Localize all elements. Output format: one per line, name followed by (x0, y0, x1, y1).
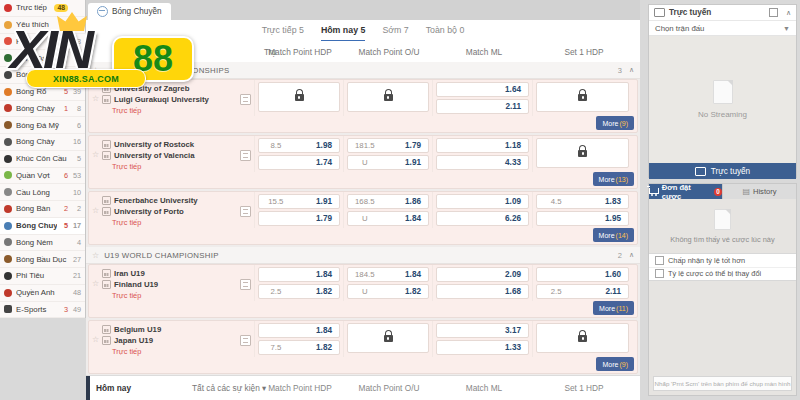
live-indicator: Trực tiếp (112, 218, 254, 227)
accept-better-odds-option[interactable]: Chấp nhận tỷ lệ tốt hơn (649, 254, 796, 268)
sidebar-item-boxing[interactable]: Quyền Anh48 (0, 285, 85, 302)
pin-match-icon[interactable] (240, 335, 251, 346)
betting-app: Trực tiếp48Yêu thíchHot3Bóng Đá70Bóng Đá… (0, 0, 800, 400)
favorite-star-icon[interactable]: ☆ (89, 80, 102, 116)
more-markets-button[interactable]: More(11) (593, 301, 634, 315)
sidebar-item-basketball[interactable]: Bóng Rổ539 (0, 84, 85, 101)
sidebar-item-virtual-soccer[interactable]: Bóng Đá Ảo (0, 67, 85, 84)
event-count: 16 (68, 137, 81, 146)
set1-hdp-column: 1.602.52.11 (532, 265, 632, 301)
sidebar-item-flame[interactable]: Hot3 (0, 34, 85, 51)
lock-icon (578, 150, 587, 157)
odds-cell[interactable]: 1.79 (258, 211, 340, 226)
tab-hôm-nay[interactable]: Hôm nay 5 (321, 19, 366, 42)
odds-cell[interactable]: 7.51.82 (258, 340, 340, 355)
sidebar-item-handball[interactable]: Bóng Ném4 (0, 235, 85, 252)
odds-value: 1.86 (382, 197, 428, 206)
teams-panel: Fenerbahce UniversityUniversity of Porto… (102, 192, 254, 228)
league-count: 3 (618, 66, 622, 75)
odds-cell[interactable]: 1.33 (436, 340, 529, 355)
checkbox-odds-may-change[interactable] (655, 269, 664, 278)
more-markets-button[interactable]: More(9) (596, 116, 634, 130)
sidebar-item-esports[interactable]: E-Sports349 (0, 302, 85, 319)
live-indicator: Trực tiếp (112, 291, 254, 300)
chevron-up-icon[interactable]: ∧ (629, 251, 634, 259)
odds-cell[interactable]: 2.09 (436, 267, 529, 282)
odds-cell[interactable]: 2.52.11 (536, 284, 629, 299)
odds-cell[interactable]: 1.18 (436, 138, 529, 153)
event-filter-dropdown[interactable]: Tất cả các sự kiện ▾ (192, 383, 266, 393)
sidebar-item-darts[interactable]: Phi Tiêu21 (0, 268, 85, 285)
more-markets-button[interactable]: More(13) (593, 172, 634, 186)
chevron-up-icon[interactable]: ∧ (629, 66, 634, 74)
sport-tab-volleyball[interactable]: Bóng Chuyền (88, 3, 171, 20)
odds-cell[interactable]: 3.17 (436, 323, 529, 338)
collapse-icon[interactable]: ∧ (786, 9, 791, 17)
pin-match-icon[interactable] (240, 279, 251, 290)
odds-cell[interactable]: 1.84 (258, 267, 340, 282)
odds-cell[interactable]: 15.51.91 (258, 194, 340, 209)
tab-trực-tiếp[interactable]: Trực tiếp 5 (262, 19, 304, 42)
sidebar-item-hockey[interactable]: Khúc Côn Cầu5 (0, 151, 85, 168)
odds-cell[interactable]: 168.51.86 (347, 194, 429, 209)
match-select-dropdown[interactable]: Chọn trận đấu ▼ (649, 21, 796, 36)
sidebar-item-cricket[interactable]: Bóng Chày16 (0, 134, 85, 151)
league-count: 2 (618, 251, 622, 260)
favorite-star-icon[interactable]: ☆ (89, 136, 102, 172)
odds-cell[interactable]: 1.74 (258, 155, 340, 170)
event-count: 4 (68, 238, 81, 247)
pin-match-icon[interactable] (240, 94, 251, 105)
pin-match-icon[interactable] (240, 150, 251, 161)
match-odds-row: ☆Belgium U19Japan U19Trực tiếp1.847.51.8… (89, 321, 637, 357)
odds-cell[interactable]: 1.60 (536, 267, 629, 282)
pin-match-icon[interactable] (240, 206, 251, 217)
odds-cell[interactable]: 1.68 (436, 284, 529, 299)
sidebar-item-tennis[interactable]: Quần Vợt653 (0, 168, 85, 185)
sidebar-item-rugby[interactable]: Bóng Bầu Dục27 (0, 251, 85, 268)
sidebar-item-star[interactable]: Yêu thích (0, 17, 85, 34)
more-markets-button[interactable]: More(14) (593, 228, 634, 242)
checkbox-accept-better-odds[interactable] (655, 256, 664, 265)
sidebar-item-baseball[interactable]: Bóng Chày18 (0, 101, 85, 118)
odds-cell[interactable]: 4.51.83 (536, 194, 629, 209)
odds-may-change-option[interactable]: Tỷ lệ cược có thể bị thay đổi (649, 268, 796, 281)
odds-cell[interactable]: U1.82 (347, 284, 429, 299)
league-header[interactable]: ☆U19 WORLD CHAMPIONSHIP2∧ (86, 247, 640, 264)
star-icon[interactable]: ☆ (92, 66, 99, 75)
popout-icon[interactable] (769, 8, 778, 17)
odds-cell[interactable]: 1.64 (436, 82, 529, 97)
more-markets-button[interactable]: More(9) (596, 357, 634, 371)
odds-cell[interactable]: 181.51.79 (347, 138, 429, 153)
odds-cell[interactable]: 1.84 (258, 323, 340, 338)
sidebar-item-table-tennis[interactable]: Bóng Bàn22 (0, 201, 85, 218)
odds-cell[interactable]: 184.51.84 (347, 267, 429, 282)
tab-history[interactable]: ▤ History (722, 184, 796, 199)
odds-cell[interactable]: 1.09 (436, 194, 529, 209)
tab-sớm[interactable]: Sớm 7 (382, 19, 408, 42)
stats-icon (102, 84, 111, 93)
tab-bet-ticket[interactable]: Đơn đặt cược 0 (649, 184, 722, 199)
favorite-star-icon[interactable]: ☆ (89, 192, 102, 228)
star-icon[interactable]: ☆ (92, 251, 99, 260)
sidebar-item-soccer[interactable]: Bóng Đá70 (0, 50, 85, 67)
odds-cell[interactable]: U1.91 (347, 155, 429, 170)
darts-icon (4, 272, 12, 280)
league-header[interactable]: ☆CHAMPIONSHIPS3∧ (86, 62, 640, 79)
odds-cell[interactable]: 6.26 (436, 211, 529, 226)
stream-online-button[interactable]: Trực tuyến (649, 163, 796, 179)
odds-cell[interactable]: 2.11 (436, 99, 529, 114)
sidebar-item-badminton[interactable]: Cầu Lông10 (0, 184, 85, 201)
sidebar-item-american-football[interactable]: Bóng Đá Mỹ6 (0, 117, 85, 134)
tab-toàn-bộ[interactable]: Toàn bộ 0 (426, 19, 465, 42)
odds-cell[interactable]: 2.51.82 (258, 284, 340, 299)
sidebar-item-label: Bóng Rổ (16, 87, 57, 96)
odds-cell[interactable]: 1.95 (536, 211, 629, 226)
odds-cell[interactable]: U1.84 (347, 211, 429, 226)
sidebar-item-volleyball[interactable]: Bóng Chuyền517 (0, 218, 85, 235)
sidebar-item-live[interactable]: Trực tiếp48 (0, 0, 85, 17)
favorite-star-icon[interactable]: ☆ (89, 265, 102, 301)
star-icon (4, 21, 12, 29)
odds-cell[interactable]: 8.51.98 (258, 138, 340, 153)
odds-cell[interactable]: 4.33 (436, 155, 529, 170)
favorite-star-icon[interactable]: ☆ (89, 321, 102, 357)
